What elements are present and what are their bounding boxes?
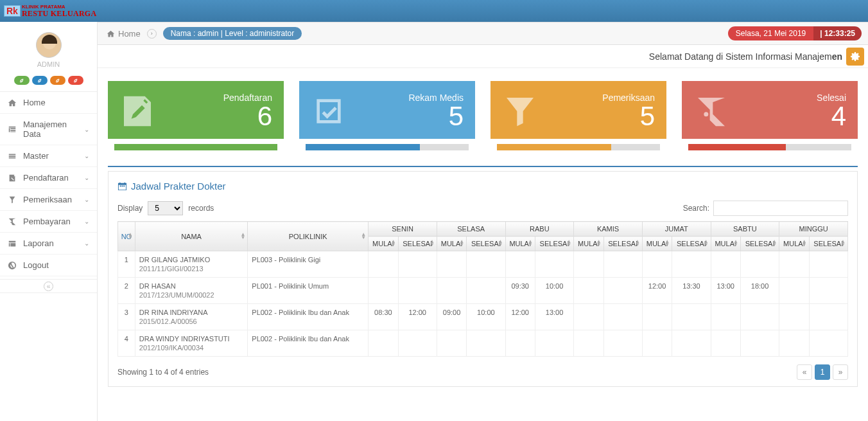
th-selasa: SELASA [437, 222, 505, 237]
cell-time [505, 330, 535, 357]
breadcrumb-expand-icon[interactable]: › [147, 29, 157, 39]
cell-poli: PL002 - Poliklinik Ibu dan Anak [248, 330, 369, 357]
card-value: 5 [602, 103, 655, 130]
user-level-pill: Nama : admin | Level : administrator [163, 27, 302, 40]
table-row: 3DR RINA INDRIYANA2015/012.A/00056PL002 … [118, 304, 848, 330]
cell-nama: DRA WINDY INDRIYASTUTI2012/109/IKA/00034 [135, 330, 247, 357]
search-input[interactable] [713, 201, 848, 216]
nav-icon [8, 125, 17, 134]
time-label: | 12:33:25 [813, 26, 862, 40]
date-label: Selasa, 21 Mei 2019 [728, 26, 813, 40]
chevron-down-icon: ⌄ [84, 126, 89, 133]
main-content: Home › Nama : admin | Level : administra… [98, 22, 868, 421]
cell-no: 3 [118, 304, 135, 330]
th-mulai[interactable]: MULAI▲▼ [369, 237, 398, 251]
nav-item-pendaftaran[interactable]: Pendaftaran⌄ [0, 167, 97, 188]
cell-no: 4 [118, 330, 135, 357]
nav-item-pemeriksaan[interactable]: Pemeriksaan⌄ [0, 189, 97, 210]
th-selesai[interactable]: SELESAI▲▼ [603, 237, 642, 251]
nav-item-laporan[interactable]: Laporan⌄ [0, 233, 97, 254]
th-selesai[interactable]: SELESAI▲▼ [672, 237, 711, 251]
cell-time [809, 304, 847, 330]
breadcrumb-home[interactable]: Home [107, 29, 141, 39]
progress-bar [688, 144, 851, 150]
cell-time [437, 278, 466, 304]
cell-time [740, 304, 779, 330]
table-toolbar: Display 5 records Search: [117, 201, 848, 216]
cell-time [603, 278, 642, 304]
cell-time: 13:30 [672, 278, 711, 304]
cell-time [437, 251, 466, 278]
th-mulai[interactable]: MULAI▲▼ [779, 237, 809, 251]
pager-prev[interactable]: « [797, 364, 812, 380]
nav-item-manajemen data[interactable]: Manajemen Data⌄ [0, 114, 97, 145]
cell-time [809, 278, 847, 304]
chevron-down-icon: ⌄ [84, 174, 89, 181]
sidebar: ADMIN HomeManajemen Data⌄Master⌄Pendafta… [0, 22, 98, 421]
sidebar-collapse-button[interactable]: « [0, 279, 97, 293]
card-value: 6 [223, 103, 272, 130]
leaf-icon[interactable] [50, 76, 65, 85]
marquee-bar: Selamat Datang di Sistem Informasi Manaj… [98, 45, 868, 68]
cell-time [467, 330, 505, 357]
cell-time [603, 304, 642, 330]
avatar-name: ADMIN [37, 60, 60, 68]
stat-card-selesai[interactable]: Selesai4 [682, 81, 858, 154]
stat-card-pendaftaran[interactable]: Pendaftaran6 [108, 81, 284, 154]
card-title: Pemeriksaan [602, 93, 655, 103]
th-mulai[interactable]: MULAI▲▼ [642, 237, 672, 251]
leaf-icon[interactable] [14, 76, 30, 85]
logo-badge: Rk [4, 5, 21, 17]
th-poliklinik[interactable]: POLIKLINIK▲▼ [248, 222, 369, 251]
cell-no: 2 [118, 278, 135, 304]
pager-page-1[interactable]: 1 [815, 364, 830, 380]
cell-time [467, 251, 505, 278]
nav-label: Home [23, 98, 46, 107]
nav-item-logout[interactable]: Logout [0, 255, 97, 276]
cell-time [574, 251, 603, 278]
cell-time [467, 278, 505, 304]
card-icon [693, 93, 729, 129]
th-selesai[interactable]: SELESAI▲▼ [740, 237, 779, 251]
th-mulai[interactable]: MULAI▲▼ [437, 237, 466, 251]
stat-card-pemeriksaan[interactable]: Pemeriksaan5 [490, 81, 666, 154]
search-label: Search: [683, 204, 709, 213]
cell-time [711, 251, 740, 278]
th-nama[interactable]: NAMA▲▼ [135, 222, 247, 251]
nav-item-home[interactable]: Home [0, 92, 97, 113]
leaf-icon[interactable] [68, 76, 83, 85]
leaf-icon[interactable] [32, 76, 48, 85]
pager-next[interactable]: » [833, 364, 848, 380]
th-selesai[interactable]: SELESAI▲▼ [535, 237, 573, 251]
gear-icon[interactable] [846, 48, 864, 66]
nav-list: HomeManajemen Data⌄Master⌄Pendaftaran⌄Pe… [0, 91, 97, 276]
th-selesai[interactable]: SELESAI▲▼ [398, 237, 437, 251]
cell-time [642, 251, 672, 278]
cell-time: 18:00 [740, 278, 779, 304]
nav-item-pembayaran[interactable]: Pembayaran⌄ [0, 211, 97, 232]
cell-time: 08:30 [369, 304, 398, 330]
cell-time: 09:30 [505, 278, 535, 304]
chevron-down-icon: ⌄ [84, 196, 89, 203]
th-no[interactable]: NO▲▼ [118, 222, 135, 251]
table-footer: Showing 1 to 4 of 4 entries « 1 » [117, 364, 848, 380]
th-rabu: RABU [505, 222, 574, 237]
nav-item-master[interactable]: Master⌄ [0, 145, 97, 166]
cell-time [779, 251, 809, 278]
cell-time [369, 278, 398, 304]
card-value: 5 [408, 103, 464, 130]
display-label: Display [117, 204, 143, 213]
th-selesai[interactable]: SELESAI▲▼ [809, 237, 847, 251]
table-row: 2DR HASAN2017/123/UMUM/00022PL001 - Poli… [118, 278, 848, 304]
avatar[interactable] [36, 32, 62, 58]
th-jumat: JUMAT [642, 222, 711, 237]
th-selesai[interactable]: SELESAI▲▼ [467, 237, 505, 251]
cell-time: 13:00 [535, 304, 573, 330]
card-title: Selesai [817, 93, 846, 103]
cell-time [711, 304, 740, 330]
display-select[interactable]: 5 [148, 201, 183, 215]
th-mulai[interactable]: MULAI▲▼ [574, 237, 603, 251]
th-mulai[interactable]: MULAI▲▼ [505, 237, 535, 251]
stat-card-rekam medis[interactable]: Rekam Medis5 [299, 81, 475, 154]
th-mulai[interactable]: MULAI▲▼ [711, 237, 740, 251]
